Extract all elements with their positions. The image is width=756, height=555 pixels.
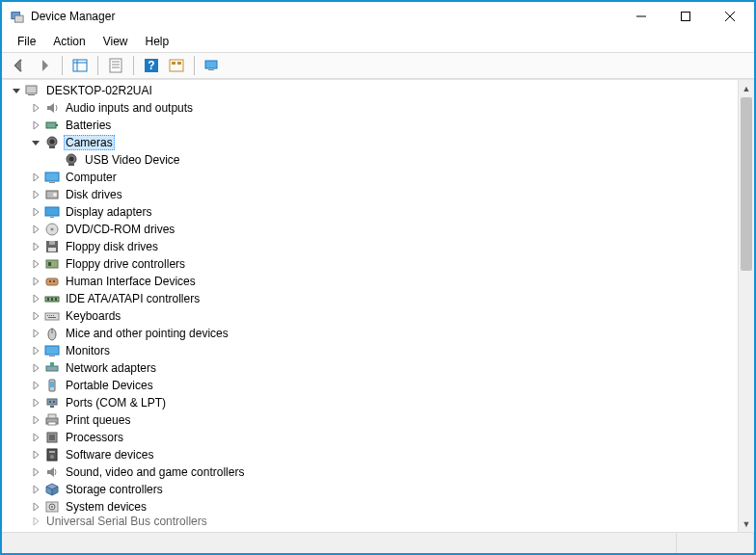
tree-category-monitor[interactable]: Computer — [6, 169, 738, 186]
cpu-icon — [44, 430, 60, 445]
tree-category-label: Disk drives — [64, 188, 124, 201]
svg-rect-69 — [48, 414, 56, 418]
monitor-icon — [44, 343, 60, 358]
tree-category-dvd[interactable]: DVD/CD-ROM drives — [6, 221, 738, 238]
expand-icon[interactable] — [29, 500, 42, 514]
disk-icon — [44, 187, 60, 202]
titlebar[interactable]: Device Manager — [2, 2, 754, 31]
expand-icon[interactable] — [29, 431, 42, 444]
expand-icon[interactable] — [29, 223, 42, 236]
menu-action[interactable]: Action — [45, 33, 93, 50]
close-button[interactable] — [708, 2, 752, 31]
tree-root[interactable]: DESKTOP-02R2UAI — [6, 82, 738, 99]
expand-icon[interactable] — [29, 309, 42, 323]
content-area: DESKTOP-02R2UAIAudio inputs and outputsB… — [2, 79, 754, 532]
tree-category-keyboard[interactable]: Keyboards — [6, 307, 738, 325]
toolbar-scan-hardware-button[interactable] — [201, 55, 224, 76]
expand-icon[interactable] — [29, 240, 42, 253]
expand-icon[interactable] — [29, 515, 42, 527]
tree-category-display[interactable]: Display adapters — [6, 203, 738, 221]
svg-rect-61 — [50, 362, 54, 366]
scroll-thumb[interactable] — [741, 97, 752, 271]
tree-category-audio[interactable]: Audio inputs and outputs — [6, 99, 738, 117]
expand-icon[interactable] — [29, 361, 42, 375]
svg-rect-54 — [53, 315, 54, 316]
tree-category-system[interactable]: System devices — [6, 498, 738, 515]
collapse-icon[interactable] — [29, 136, 42, 149]
svg-rect-30 — [45, 172, 59, 181]
expand-icon[interactable] — [29, 413, 42, 427]
expand-icon[interactable] — [29, 119, 42, 132]
tree-category-label: Processors — [64, 431, 125, 444]
app-icon — [10, 9, 25, 24]
expand-icon[interactable] — [29, 188, 42, 201]
tree-category-mouse[interactable]: Mice and other pointing devices — [6, 325, 738, 342]
expand-icon[interactable] — [29, 327, 42, 340]
tree-category-cpu[interactable]: Processors — [6, 429, 738, 446]
svg-rect-34 — [45, 207, 59, 216]
vertical-scrollbar[interactable]: ▲ ▼ — [738, 80, 754, 532]
menu-help[interactable]: Help — [138, 33, 177, 50]
expand-icon[interactable] — [29, 101, 42, 115]
tree-category-battery[interactable]: Batteries — [6, 117, 738, 134]
tree-category-camera[interactable]: Cameras — [6, 134, 738, 151]
tree-category-portable[interactable]: Portable Devices — [6, 377, 738, 394]
expand-icon[interactable] — [29, 205, 42, 219]
menu-file[interactable]: File — [10, 33, 43, 50]
scroll-down-button[interactable]: ▼ — [739, 515, 754, 532]
tree-category-label: Sound, video and game controllers — [64, 465, 246, 479]
tree-category-monitor[interactable]: Monitors — [6, 342, 738, 359]
tree-category-label: Floppy drive controllers — [64, 257, 187, 271]
tree-category-printer[interactable]: Print queues — [6, 411, 738, 429]
tree-category-ide[interactable]: IDE ATA/ATAPI controllers — [6, 290, 738, 307]
svg-rect-53 — [51, 315, 52, 316]
expand-icon[interactable] — [29, 396, 42, 410]
maximize-button[interactable] — [663, 2, 708, 31]
minimize-button[interactable] — [619, 2, 663, 31]
expand-icon[interactable] — [29, 344, 42, 357]
tree-category-label: Storage controllers — [64, 483, 165, 496]
tree-category-network[interactable]: Network adapters — [6, 359, 738, 377]
display-icon — [44, 204, 60, 220]
tree-category-disk[interactable]: Disk drives — [6, 186, 738, 203]
svg-rect-6 — [73, 60, 87, 71]
tree-category-hid[interactable]: Human Interface Devices — [6, 273, 738, 290]
expand-icon[interactable] — [29, 275, 42, 288]
expand-icon[interactable] — [29, 292, 42, 305]
svg-rect-42 — [48, 262, 51, 266]
tree-category-sound[interactable]: Sound, video and game controllers — [6, 463, 738, 481]
tree-device-camera[interactable]: USB Video Device — [6, 151, 738, 169]
toolbar-show-hide-console-tree-button[interactable] — [68, 55, 92, 76]
toolbar-properties-button[interactable] — [104, 55, 127, 76]
tree-category-port[interactable]: Ports (COM & LPT) — [6, 394, 738, 411]
svg-rect-63 — [50, 382, 54, 387]
tree-category-storage[interactable]: Storage controllers — [6, 481, 738, 498]
toolbar-help-button[interactable]: ? — [140, 55, 163, 76]
expand-icon[interactable] — [29, 483, 42, 496]
svg-rect-47 — [47, 298, 49, 301]
device-tree[interactable]: DESKTOP-02R2UAIAudio inputs and outputsB… — [2, 80, 738, 532]
expand-icon[interactable] — [29, 448, 42, 462]
toolbar-back-button[interactable] — [8, 55, 31, 76]
tree-category-label: Batteries — [64, 119, 113, 132]
toolbar-forward-button[interactable] — [33, 55, 56, 76]
expand-icon[interactable] — [29, 465, 42, 479]
tree-category-label: Audio inputs and outputs — [64, 101, 195, 115]
expand-icon[interactable] — [29, 257, 42, 271]
tree-category-usb[interactable]: Universal Serial Bus controllers — [6, 515, 738, 527]
tree-category-software[interactable]: Software devices — [6, 446, 738, 463]
svg-rect-39 — [49, 241, 55, 245]
svg-rect-19 — [208, 69, 214, 70]
camera-icon — [64, 152, 79, 168]
expand-icon[interactable] — [29, 379, 42, 392]
tree-category-floppy[interactable]: Floppy disk drives — [6, 238, 738, 255]
svg-point-78 — [51, 506, 53, 508]
toolbar-show-hidden-button[interactable] — [165, 55, 188, 76]
expand-icon[interactable] — [29, 171, 42, 184]
collapse-icon[interactable] — [10, 84, 23, 97]
svg-rect-41 — [46, 260, 58, 268]
scroll-up-button[interactable]: ▲ — [739, 80, 754, 96]
menu-view[interactable]: View — [95, 33, 136, 50]
tree-category-floppy-ctrl[interactable]: Floppy drive controllers — [6, 255, 738, 273]
svg-rect-40 — [48, 248, 56, 251]
